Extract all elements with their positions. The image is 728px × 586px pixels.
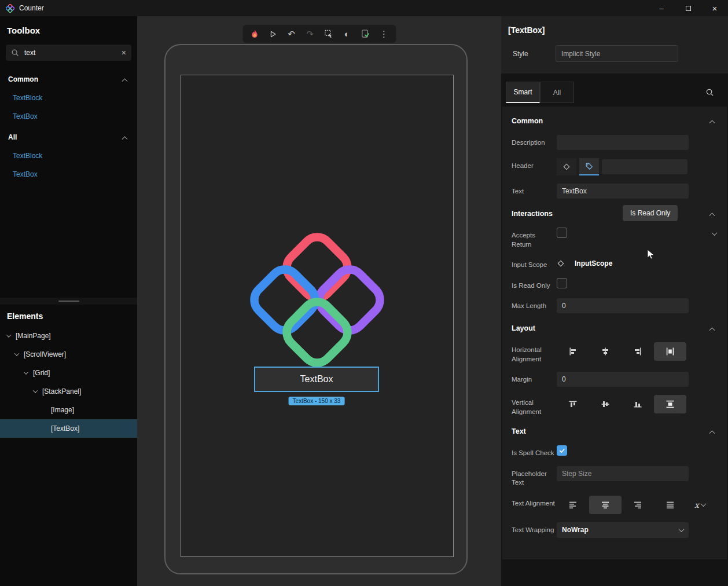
accepts-return-checkbox[interactable] <box>557 228 567 238</box>
left-sidebar: Toolbox × Common TextBlock TextBox All T… <box>0 16 137 586</box>
prop-text-wrapping: Text Wrapping NoWrap <box>502 518 727 542</box>
text-input[interactable] <box>557 184 689 199</box>
undo-icon[interactable]: ↶ <box>286 30 296 38</box>
theme-toggle-icon[interactable]: ◐ <box>342 30 352 38</box>
section-text: Text Is Spell Check Placeholder Text <box>502 420 727 542</box>
toolbox-section-common-label: Common <box>8 75 38 83</box>
element-picker-icon[interactable] <box>323 30 333 38</box>
expander-chevron-icon[interactable] <box>24 369 28 374</box>
section-interactions-header[interactable]: Interactions <box>502 203 727 224</box>
align-bottom-button[interactable] <box>622 395 654 413</box>
section-title: Text <box>512 427 710 435</box>
align-center-vertical-button[interactable] <box>589 395 622 413</box>
section-common-header[interactable]: Common <box>502 110 727 131</box>
text-align-justify-button[interactable] <box>654 496 686 514</box>
collapse-chevron-icon[interactable] <box>709 120 715 126</box>
header-input[interactable] <box>602 159 687 174</box>
tab-smart[interactable]: Smart <box>506 82 540 103</box>
maximize-button[interactable] <box>675 0 701 16</box>
toolbox-item-textblock[interactable]: TextBlock <box>6 89 131 107</box>
hot-design-flame-icon[interactable] <box>249 29 259 39</box>
placeholder-text-input[interactable] <box>557 466 689 481</box>
splitter-grip-icon <box>58 301 79 302</box>
tree-item-textbox[interactable]: [TextBox] <box>0 419 137 438</box>
redo-icon[interactable]: ↷ <box>305 30 315 38</box>
prop-vertical-alignment: Vertical Alignment <box>502 391 727 420</box>
tree-item-scrollviewer[interactable]: [ScrollViewer] <box>0 345 137 364</box>
toolbox-panel: Toolbox × Common TextBlock TextBox All T… <box>0 16 137 298</box>
panel-splitter[interactable] <box>0 298 137 305</box>
app-logo-image[interactable] <box>250 233 384 367</box>
is-read-only-tooltip-button[interactable]: Is Read Only <box>623 205 678 221</box>
max-length-input[interactable] <box>557 298 689 313</box>
row-expander-chevron-icon[interactable] <box>712 230 718 236</box>
prop-label: Margin <box>512 372 557 384</box>
stretch-vertical-button[interactable] <box>654 395 686 413</box>
collapse-chevron-icon[interactable] <box>709 213 715 218</box>
play-icon[interactable] <box>268 30 278 38</box>
mouse-cursor <box>647 249 655 261</box>
toolbox-section-all[interactable]: All <box>6 128 131 146</box>
tree-item-label: [TextBox] <box>51 424 79 433</box>
canvas-textbox-element[interactable]: TextBox <box>254 367 379 392</box>
section-text-header[interactable]: Text <box>502 420 727 441</box>
text-align-left-button[interactable] <box>557 496 589 514</box>
collapse-chevron-icon[interactable] <box>709 327 715 333</box>
tree-item-label: [MainPage] <box>16 332 51 340</box>
toolbox-item-textbox[interactable]: TextBox <box>6 107 131 126</box>
expander-chevron-icon[interactable] <box>33 388 38 393</box>
description-input[interactable] <box>557 135 689 150</box>
tab-all[interactable]: All <box>540 82 574 103</box>
text-align-right-button[interactable] <box>622 496 654 514</box>
header-binding-button[interactable] <box>557 158 576 175</box>
style-input[interactable] <box>556 45 678 62</box>
validation-check-icon[interactable] <box>361 30 370 38</box>
section-layout-header[interactable]: Layout <box>502 317 727 338</box>
tree-item-label: [Grid] <box>33 369 50 377</box>
properties-search-icon[interactable] <box>705 88 714 97</box>
align-right-button[interactable] <box>622 342 654 361</box>
app-window: Counter – × Toolbox × Common TextBlock T… <box>0 0 728 586</box>
tree-item-stackpanel[interactable]: [StackPanel] <box>0 382 137 401</box>
tree-item-mainpage[interactable]: [MainPage] <box>0 327 137 345</box>
expander-chevron-icon[interactable] <box>6 332 11 337</box>
tree-item-image[interactable]: [Image] <box>0 401 137 419</box>
canvas-textbox-text: TextBox <box>300 374 333 384</box>
toolbox-search-input[interactable] <box>24 49 122 57</box>
collapse-chevron-icon[interactable] <box>709 430 715 436</box>
align-center-horizontal-button[interactable] <box>589 342 622 361</box>
chevron-down-icon <box>679 526 685 532</box>
properties-panel: [TextBox] Style Smart All Common Descri <box>501 16 728 586</box>
prop-label: Text Alignment <box>512 496 557 508</box>
toolbox-item-textbox[interactable]: TextBox <box>6 165 131 184</box>
toolbox-section-common[interactable]: Common <box>6 70 131 89</box>
prop-label: Text <box>512 184 557 196</box>
text-align-center-button[interactable] <box>589 496 622 514</box>
prop-input-scope: Input Scope InputScope <box>502 253 727 274</box>
is-read-only-checkbox[interactable] <box>557 278 567 288</box>
align-left-button[interactable] <box>557 342 589 361</box>
margin-input[interactable] <box>557 372 689 387</box>
header-tag-button[interactable] <box>579 158 599 175</box>
toolbox-item-textblock[interactable]: TextBlock <box>6 146 131 165</box>
text-alignment-group <box>557 496 686 514</box>
align-top-button[interactable] <box>557 395 589 413</box>
clear-search-icon[interactable]: × <box>122 49 126 57</box>
tree-item-grid[interactable]: [Grid] <box>0 364 137 382</box>
prop-label: Is Read Only <box>512 278 557 291</box>
minimize-button[interactable]: – <box>648 0 675 16</box>
input-scope-value[interactable]: InputScope <box>575 259 612 268</box>
minimize-icon: – <box>659 4 663 13</box>
section-layout: Layout Horizontal Alignment <box>502 317 727 420</box>
app-logo-icon <box>6 4 14 13</box>
stretch-horizontal-button[interactable] <box>654 342 686 361</box>
expander-chevron-icon[interactable] <box>14 351 19 356</box>
more-options-icon[interactable]: ⋮ <box>379 30 389 38</box>
selection-size-badge: TextBox - 150 x 33 <box>289 397 345 405</box>
is-spell-check-checkbox[interactable] <box>557 445 567 456</box>
reset-value-dropdown[interactable]: x <box>694 500 705 510</box>
chevron-down-icon <box>700 501 706 507</box>
design-canvas: ↶ ↷ ◐ ⋮ <box>137 16 501 586</box>
close-button[interactable]: × <box>701 0 728 16</box>
text-wrapping-dropdown[interactable]: NoWrap <box>557 522 689 538</box>
